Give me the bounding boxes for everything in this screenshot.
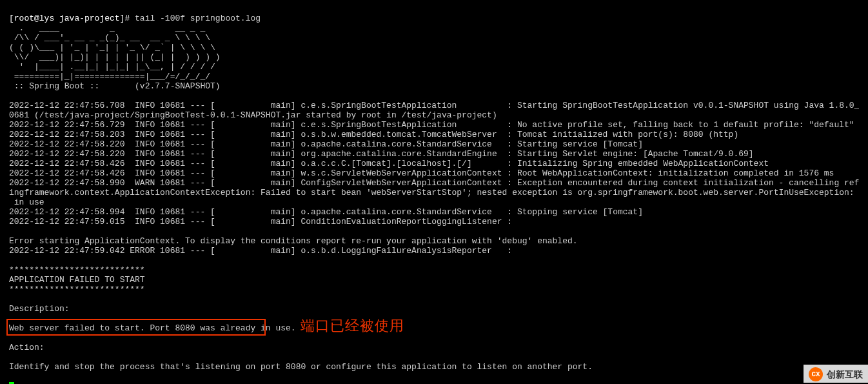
log-line-2: 2022-12-12 22:47:56.729 INFO 10681 --- [… [9,120,854,130]
log-line-12: 2022-12-12 22:47:59.015 INFO 10681 --- [… [9,217,512,227]
annotation-text: 端口已经被使用 [301,321,404,330]
log-line-0: 2022-12-12 22:47:56.708 INFO 10681 --- [… [9,101,859,110]
log-line-10: in use [9,197,44,207]
highlight-box [6,319,266,336]
shell-command: tail -100f springboot.log [135,14,261,23]
log-line-1: 0681 (/test/java-project/SpringBootTest-… [9,110,497,120]
shell-prompt: [root@lys java-project]# [9,14,135,23]
log-line-27: Identify and stop the process that's lis… [9,362,593,372]
log-line-19: *************************** [9,285,145,294]
log-line-9: ingframework.context.ApplicationContextE… [9,188,859,197]
log-line-3: 2022-12-12 22:47:58.203 INFO 10681 --- [… [9,130,738,139]
log-line-25: Action: [9,343,44,352]
log-line-8: 2022-12-12 22:47:58.990 WARN 10681 --- [… [9,178,859,188]
log-line-15: 2022-12-12 22:47:59.042 ERROR 10681 --- … [9,246,512,256]
watermark: CX 创新互联 [804,365,868,383]
log-line-21: Description: [9,304,70,314]
log-line-4: 2022-12-12 22:47:58.220 INFO 10681 --- [… [9,139,643,149]
log-line-17: *************************** [9,265,145,275]
log-line-14: Error starting ApplicationContext. To di… [9,236,578,246]
log-line-6: 2022-12-12 22:47:58.426 INFO 10681 --- [… [9,159,769,168]
log-line-11: 2022-12-12 22:47:58.994 INFO 10681 --- [… [9,207,643,217]
log-line-18: APPLICATION FAILED TO START [9,275,145,285]
watermark-logo-icon: CX [809,367,823,381]
watermark-label: 创新互联 [827,370,863,379]
spring-boot-banner: . ____ _ __ _ _ /\\ / ___'_ __ _ _(_)_ _… [9,23,221,91]
log-line-7: 2022-12-12 22:47:58.426 INFO 10681 --- [… [9,168,834,178]
log-line-5: 2022-12-12 22:47:58.220 INFO 10681 --- [… [9,149,754,159]
